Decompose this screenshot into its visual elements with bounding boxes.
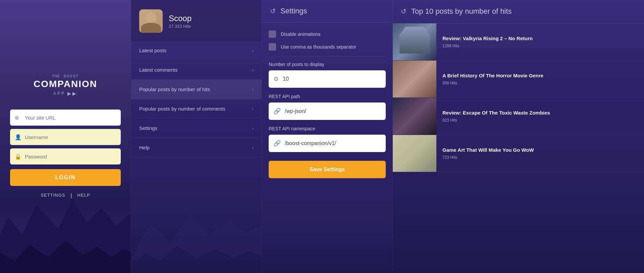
post-thumbnail: [393, 98, 436, 135]
url-input-wrapper: ⊕: [10, 110, 121, 126]
chevron-right-icon: ›: [252, 48, 254, 53]
chevron-right-icon: ›: [252, 106, 254, 112]
rest-api-namespace-label: REST API namespace: [269, 126, 386, 131]
post-info: A Brief History Of The Horror Movie Genr…: [436, 61, 549, 97]
link-icon: 🔗: [273, 108, 281, 115]
post-thumbnail: [393, 61, 436, 97]
menu-item-label: Popular posts by number of hits: [139, 86, 210, 92]
menu-panel: Scoop 27.323 Hits Latest posts › Latest …: [131, 0, 262, 273]
login-panel: THE BOOST COMPANION APP ▶▶ ⊕ 👤 🔒 LOGIN S…: [0, 0, 131, 273]
post-item[interactable]: A Brief History Of The Horror Movie Genr…: [393, 61, 644, 98]
login-button[interactable]: LOGIN: [10, 169, 121, 186]
menu-item-latest-comments[interactable]: Latest comments ›: [131, 60, 262, 80]
comma-separator-row: Use comma as thousands separator: [269, 43, 386, 51]
menu-item-label: Help: [139, 145, 150, 150]
logo-boost-text: BOOST: [64, 74, 79, 78]
settings-header: ↺ Settings: [262, 0, 392, 22]
post-item[interactable]: Review: Escape Of The Toxic Waste Zombie…: [393, 98, 644, 135]
save-settings-button[interactable]: Save Settings: [269, 161, 386, 178]
post-info: Review: Valkyria Rising 2 – No Return 12…: [436, 23, 539, 60]
post-info: Review: Escape Of The Toxic Waste Zombie…: [436, 98, 556, 135]
posts-list: Review: Valkyria Rising 2 – No Return 12…: [393, 23, 644, 273]
post-title: Review: Valkyria Rising 2 – No Return: [442, 35, 533, 42]
link-icon-2: 🔗: [273, 140, 281, 147]
chevron-right-icon: ›: [252, 126, 254, 131]
user-name: Scoop: [169, 14, 192, 23]
post-title: A Brief History Of The Horror Movie Genr…: [442, 72, 543, 79]
settings-divider-1: [269, 56, 386, 56]
user-header: Scoop 27.323 Hits: [131, 0, 262, 41]
menu-item-popular-comments[interactable]: Popular posts by number of comments ›: [131, 99, 262, 119]
rest-api-path-input[interactable]: [285, 108, 381, 114]
disable-animations-checkbox[interactable]: [269, 30, 276, 38]
menu-item-label: Popular posts by number of comments: [139, 106, 225, 112]
username-input[interactable]: [10, 129, 121, 145]
username-input-wrapper: 👤: [10, 129, 121, 145]
menu-item-popular-hits[interactable]: Popular posts by number of hits ›: [131, 80, 262, 99]
reset-icon-posts: ↺: [401, 7, 407, 15]
post-thumbnail: [393, 135, 436, 172]
menu-item-help[interactable]: Help ›: [131, 138, 262, 157]
disable-animations-label: Disable animations: [281, 31, 320, 37]
rest-api-namespace-input[interactable]: [285, 140, 381, 146]
post-info: Game Art That Will Make You Go WoW 723 H…: [436, 135, 540, 172]
post-hits: 823 Hits: [442, 118, 550, 123]
rest-api-path-label: REST API path: [269, 94, 386, 99]
settings-title: Settings: [280, 7, 307, 15]
post-thumbnail: [393, 23, 436, 60]
menu-item-settings[interactable]: Settings ›: [131, 119, 262, 138]
logo-area: THE BOOST COMPANION APP ▶▶: [34, 74, 97, 96]
reset-icon: ↺: [270, 7, 276, 15]
settings-body: Disable animations Use comma as thousand…: [262, 22, 392, 273]
menu-item-label: Latest posts: [139, 48, 166, 53]
menu-list: Latest posts › Latest comments › Popular…: [131, 41, 262, 273]
login-form: ⊕ 👤 🔒 LOGIN: [10, 110, 121, 186]
post-thumbnail-image: [393, 135, 436, 172]
user-icon: 👤: [15, 134, 21, 140]
chevron-right-icon: ›: [252, 145, 254, 150]
posts-header: ↺ Top 10 posts by number of hits: [393, 0, 644, 23]
lock-icon: 🔒: [15, 153, 21, 160]
login-footer: SETTINGS | HELP: [41, 193, 90, 199]
password-input[interactable]: [10, 148, 121, 164]
post-title: Review: Escape Of The Toxic Waste Zombie…: [442, 110, 550, 116]
top-posts-panel: ↺ Top 10 posts by number of hits Review:…: [392, 0, 644, 273]
url-input[interactable]: [10, 110, 121, 126]
logo-the-text: THE BOOST: [34, 74, 97, 78]
post-hits: 958 Hits: [442, 81, 543, 85]
password-input-wrapper: 🔒: [10, 148, 121, 164]
avatar-image: [139, 9, 163, 33]
gear-icon: ⚙: [273, 75, 279, 83]
disable-animations-row: Disable animations: [269, 30, 386, 38]
menu-item-label: Settings: [139, 125, 157, 131]
settings-link[interactable]: SETTINGS: [41, 193, 65, 199]
post-title: Game Art That Will Make You Go WoW: [442, 147, 534, 153]
help-link[interactable]: HELP: [77, 193, 90, 199]
logo-companion-text: COMPANION: [34, 79, 97, 89]
settings-panel: ↺ Settings Disable animations Use comma …: [262, 0, 392, 273]
globe-icon: ⊕: [15, 115, 19, 121]
post-hits: 723 Hits: [442, 155, 534, 160]
post-item[interactable]: Game Art That Will Make You Go WoW 723 H…: [393, 135, 644, 172]
chevron-right-icon: ›: [252, 67, 254, 73]
rest-api-path-input-wrapper: 🔗: [269, 103, 386, 120]
post-thumbnail-image: [393, 61, 436, 97]
logo-arrows-icon: ▶▶: [67, 91, 77, 96]
comma-separator-label: Use comma as thousands separator: [281, 44, 356, 50]
post-item[interactable]: Review: Valkyria Rising 2 – No Return 12…: [393, 23, 644, 61]
user-hits: 27.323 Hits: [169, 24, 192, 29]
menu-item-label: Latest comments: [139, 67, 177, 73]
rest-api-namespace-input-wrapper: 🔗: [269, 135, 386, 152]
logo-app-text: APP ▶▶: [34, 91, 97, 96]
post-hits: 1288 Hits: [442, 44, 533, 48]
avatar: [139, 9, 163, 33]
posts-title: Top 10 posts by number of hits: [411, 7, 512, 16]
num-posts-input-wrapper: ⚙: [269, 70, 386, 88]
comma-separator-checkbox[interactable]: [269, 43, 276, 51]
post-thumbnail-image: [393, 98, 436, 135]
footer-divider: |: [70, 193, 72, 199]
chevron-right-icon: ›: [252, 87, 254, 92]
menu-item-latest-posts[interactable]: Latest posts ›: [131, 41, 262, 60]
num-posts-label: Number of posts to display: [269, 62, 386, 67]
num-posts-input[interactable]: [283, 76, 381, 82]
